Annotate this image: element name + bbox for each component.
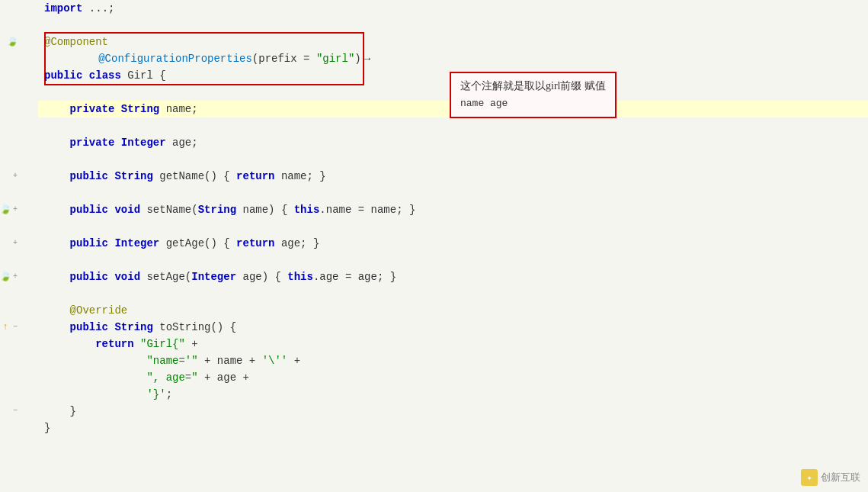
fold-icon-11[interactable]: +: [13, 168, 18, 185]
gutter-line-12: [0, 185, 35, 201]
watermark-icon: ✦: [801, 469, 818, 486]
code-line-24: '}';: [38, 386, 868, 403]
line-numbers: 🍃 +: [0, 0, 38, 492]
code-line-22: "name='" + name + '\'' +: [38, 352, 868, 369]
code-line-21: return "Girl{" +: [38, 336, 868, 352]
gutter-line-17: 🍃 +: [0, 269, 35, 285]
fold-icon-25[interactable]: −: [13, 403, 18, 420]
fold-icon-13[interactable]: +: [13, 201, 18, 218]
code-line-23: ", age=" + age +: [38, 369, 868, 386]
code-line-16: [38, 252, 868, 269]
code-line-10: [38, 151, 868, 168]
code-area: import ...; @Component @ConfigurationPro…: [38, 0, 868, 492]
annotation-override: @Override: [70, 302, 128, 319]
code-line-18: [38, 285, 868, 302]
code-line-11: public String getName() { return name; }: [38, 168, 868, 185]
fold-icon-20[interactable]: −: [13, 319, 18, 336]
code-line-4: @ConfigurationProperties(prefix = "girl"…: [38, 50, 868, 67]
gutter-line-26: [0, 420, 35, 436]
tooltip-line2: name age: [460, 98, 508, 109]
code-line-15: public Integer getAge() { return age; }: [38, 235, 868, 252]
gutter-line-19: [0, 302, 35, 319]
gutter-line-4: [0, 50, 35, 67]
code-line-19: @Override: [38, 302, 868, 319]
gutter-line-23: [0, 369, 35, 386]
gutter-line-14: [0, 218, 35, 235]
gutter-line-3: 🍃: [0, 34, 35, 50]
gutter-line-20: ↑ −: [0, 319, 35, 336]
gutter-line-5: [0, 67, 35, 84]
fold-icon-17[interactable]: +: [13, 269, 18, 285]
gutter-line-21: [0, 336, 35, 352]
code-line-8: [38, 117, 868, 134]
gutter-line-2: [0, 17, 35, 34]
code-line-12: [38, 185, 868, 201]
tooltip-box: 这个注解就是取以girl前缀 赋值 name age: [450, 72, 617, 118]
orange-arrow-icon-20: ↑: [0, 322, 11, 333]
code-line-9: private Integer age;: [38, 134, 868, 151]
watermark-text: 创新互联: [821, 471, 860, 484]
gutter-line-25: −: [0, 403, 35, 420]
gutter-line-1: [0, 0, 35, 17]
gutter-line-7: [0, 101, 35, 117]
watermark: ✦ 创新互联: [801, 469, 860, 486]
gutter-line-11: +: [0, 168, 35, 185]
gutter-line-16: [0, 252, 35, 269]
code-line-1: import ...;: [38, 0, 868, 17]
code-line-2: [38, 17, 868, 34]
gutter-line-6: [0, 84, 35, 101]
annotation-config-text: @ConfigurationProperties: [98, 53, 252, 65]
green-leaf-icon-13: 🍃: [0, 204, 11, 215]
code-line-20: public String toString() {: [38, 319, 868, 336]
fold-icon-15[interactable]: +: [13, 235, 18, 252]
code-line-25: }: [38, 403, 868, 420]
gutter-line-9: [0, 134, 35, 151]
string-girl: "girl": [316, 53, 354, 65]
gutter-line-13: 🍃 +: [0, 201, 35, 218]
keyword-import: import: [44, 0, 82, 17]
gutter-line-24: [0, 386, 35, 403]
code-line-17: public void setAge(Integer age) { this.a…: [38, 269, 868, 285]
tooltip-line1: 这个注解就是取以girl前缀 赋值: [460, 80, 606, 92]
gutter-line-10: [0, 151, 35, 168]
gutter-line-8: [0, 117, 35, 134]
code-line-13: public void setName(String name) { this.…: [38, 201, 868, 218]
editor-container: 🍃 +: [0, 0, 868, 492]
code-line-26: }: [38, 420, 868, 436]
green-leaf-icon-3: 🍃: [7, 37, 18, 47]
gutter-line-15: +: [0, 235, 35, 252]
gutter-line-18: [0, 285, 35, 302]
gutter-line-22: [0, 352, 35, 369]
green-leaf-icon-17: 🍃: [0, 272, 11, 282]
code-line-14: [38, 218, 868, 235]
